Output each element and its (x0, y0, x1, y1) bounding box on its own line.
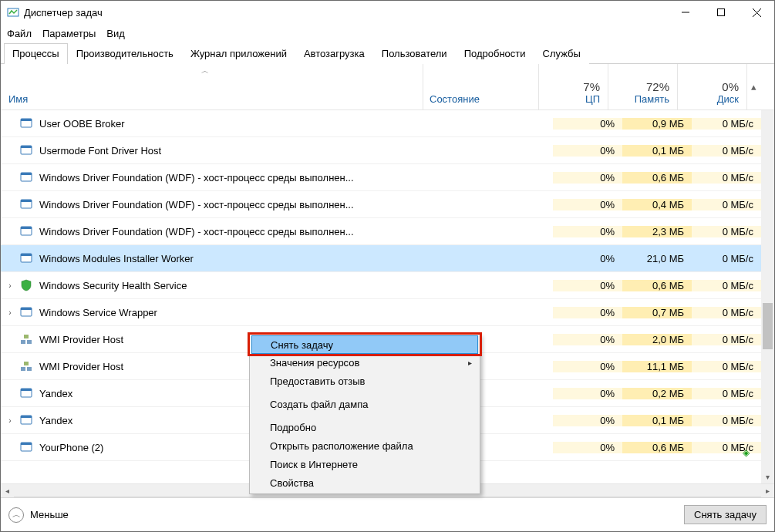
ctx-end-task-label: Снять задачу (271, 339, 333, 351)
col-header-mem[interactable]: 72% Память (608, 64, 678, 109)
process-disk: 0 МБ/с (692, 307, 761, 318)
maximize-button[interactable] (703, 1, 739, 24)
window-title: Диспетчер задач (24, 7, 668, 19)
expand-toggle[interactable]: › (1, 416, 19, 425)
svg-rect-12 (21, 200, 32, 202)
table-row[interactable]: Windows Driver Foundation (WDF) - хост-п… (1, 218, 774, 245)
process-mem: 21,0 МБ (622, 253, 692, 264)
process-disk: 0 МБ/с (692, 226, 761, 237)
process-mem: 0,2 МБ (622, 388, 692, 399)
process-name-cell: Windows Driver Foundation (WDF) - хост-п… (19, 171, 437, 184)
process-mem: 2,0 МБ (622, 334, 692, 345)
col-header-state-label: Состояние (430, 93, 480, 105)
tab-users[interactable]: Пользователи (373, 43, 456, 64)
cpu-lbl: ЦП (585, 93, 600, 105)
tabs: Процессы Производительность Журнал прило… (1, 42, 774, 64)
ctx-feedback[interactable]: Предоставить отзыв (251, 372, 478, 390)
process-mem: 0,9 МБ (622, 118, 692, 130)
process-name: User OOBE Broker (39, 118, 125, 130)
menu-view[interactable]: Вид (106, 28, 125, 39)
table-row[interactable]: Windows Modules Installer Worker0%21,0 М… (1, 245, 774, 272)
app-icon (7, 6, 19, 19)
ctx-end-task[interactable]: Снять задачу (251, 335, 478, 354)
chevron-up-icon: ︿ (8, 507, 24, 523)
process-mem: 0,6 МБ (622, 280, 692, 291)
scroll-right-icon[interactable]: ▸ (761, 484, 774, 497)
ctx-properties-label: Свойства (270, 477, 314, 489)
scroll-down-icon[interactable]: ▾ (761, 470, 774, 483)
tab-apphistory[interactable]: Журнал приложений (182, 43, 295, 64)
menu-options[interactable]: Параметры (42, 28, 96, 39)
ctx-resource-values[interactable]: Значения ресурсов▸ (251, 353, 478, 372)
tab-processes[interactable]: Процессы (4, 43, 68, 64)
vertical-scrollbar[interactable]: ▾ (761, 110, 774, 483)
tab-startup[interactable]: Автозагрузка (295, 43, 373, 64)
tab-services[interactable]: Службы (534, 43, 589, 64)
task-manager-window: Диспетчер задач Файл Параметры Вид Проце… (0, 0, 775, 532)
menubar: Файл Параметры Вид (1, 24, 774, 42)
svg-rect-23 (27, 367, 32, 371)
process-disk: 0 МБ/с (692, 415, 761, 426)
col-header-state[interactable]: Состояние (423, 64, 539, 109)
process-cpu: 0% (553, 145, 622, 157)
expand-toggle[interactable]: › (1, 308, 19, 317)
ctx-properties[interactable]: Свойства (251, 473, 478, 492)
expand-toggle[interactable]: › (1, 281, 19, 290)
col-header-name[interactable]: ︿ Имя (1, 64, 423, 109)
table-row[interactable]: ›Windows Service Wrapper0%0,7 МБ0 МБ/с (1, 299, 774, 326)
mem-lbl: Память (635, 93, 669, 105)
process-name: WMI Provider Host (39, 334, 123, 345)
minimize-button[interactable] (668, 1, 703, 24)
process-icon (19, 387, 33, 399)
svg-rect-20 (27, 340, 32, 344)
process-icon (19, 279, 33, 291)
scroll-left-icon[interactable]: ◂ (1, 484, 14, 497)
process-icon (19, 117, 33, 130)
process-mem: 11,1 МБ (622, 361, 692, 372)
process-name-cell: Windows Driver Foundation (WDF) - хост-п… (19, 225, 437, 237)
table-row[interactable]: Windows Driver Foundation (WDF) - хост-п… (1, 191, 774, 218)
process-icon (19, 144, 33, 157)
process-cpu: 0% (553, 415, 622, 426)
ctx-search-web[interactable]: Поиск в Интернете (251, 455, 478, 473)
process-icon (19, 306, 33, 318)
col-header-disk[interactable]: 0% Диск (678, 64, 747, 109)
process-disk: 0 МБ/с (692, 253, 761, 264)
ctx-open-location[interactable]: Открыть расположение файла (251, 436, 478, 455)
process-mem: 2,3 МБ (622, 226, 692, 237)
process-mem: 0,4 МБ (622, 199, 692, 210)
process-cpu: 0% (553, 361, 622, 372)
process-disk: 0 МБ/с (692, 172, 761, 184)
disk-lbl: Диск (717, 93, 739, 105)
table-row[interactable]: Usermode Font Driver Host0%0,1 МБ0 МБ/с (1, 137, 774, 164)
ctx-details[interactable]: Подробно (251, 418, 478, 436)
process-name: Yandex (39, 388, 72, 399)
end-task-button[interactable]: Снять задачу (684, 505, 767, 524)
fewer-details-button[interactable]: ︿ Меньше (8, 507, 69, 523)
scroll-up-icon[interactable]: ▴ (747, 64, 760, 109)
process-mem: 0,6 МБ (622, 172, 692, 184)
process-disk: 0 МБ/с (692, 118, 761, 130)
table-row[interactable]: Windows Driver Foundation (WDF) - хост-п… (1, 164, 774, 191)
table-row[interactable]: User OOBE Broker0%0,9 МБ0 МБ/с (1, 110, 774, 137)
process-mem: 0,1 МБ (622, 145, 692, 157)
close-button[interactable] (739, 1, 774, 24)
ctx-details-label: Подробно (270, 422, 316, 433)
tab-performance[interactable]: Производительность (68, 43, 182, 64)
col-header-cpu[interactable]: 7% ЦП (539, 64, 608, 109)
process-name: Windows Modules Installer Worker (39, 253, 194, 264)
process-name: YourPhone (2) (39, 442, 103, 453)
process-disk: 0 МБ/с (692, 442, 761, 453)
table-row[interactable]: ›Windows Security Health Service0%0,6 МБ… (1, 272, 774, 299)
ctx-resource-values-label: Значения ресурсов (270, 357, 359, 369)
scrollbar-track[interactable] (761, 110, 774, 470)
tab-details[interactable]: Подробности (456, 43, 534, 64)
process-cpu: 0% (553, 172, 622, 184)
svg-rect-30 (21, 443, 32, 445)
scrollbar-thumb[interactable] (763, 303, 773, 349)
content: ︿ Имя Состояние 7% ЦП 72% Память 0% Диск… (1, 64, 774, 497)
ctx-create-dump[interactable]: Создать файл дампа (251, 395, 478, 413)
cpu-pct: 7% (583, 80, 600, 93)
menu-file[interactable]: Файл (7, 28, 32, 39)
process-name-cell: Windows Service Wrapper (19, 306, 437, 318)
